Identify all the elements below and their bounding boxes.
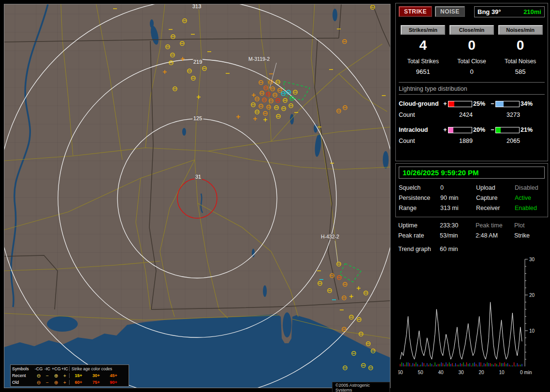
noises-per-min-button[interactable]: Noises/min (498, 25, 543, 35)
receiver-label: Receiver (476, 205, 515, 211)
trend-graph: 1020306050403020100 min (398, 255, 544, 377)
peak-rate-value: 53/min (440, 232, 476, 239)
uptime-label: Uptime (398, 222, 440, 229)
legend-col-neg-ic: -IC (43, 366, 52, 371)
ic-positive-count: 1889 (442, 138, 490, 144)
close-per-min-button[interactable]: Close/min (449, 25, 494, 35)
copyright-notice: ©2005 Astrogenic Systems (332, 382, 390, 392)
map-legend: Symbols -CG -IC +CG +IC Strike age color… (10, 364, 129, 387)
storm-cell-label: M-3119-2 (248, 56, 270, 62)
capture-value: Active (515, 195, 545, 201)
total-close-label: Total Close (448, 58, 496, 65)
lightning-type-distribution: Lightning type distribution Cloud-ground… (399, 82, 545, 147)
total-close-value: 0 (448, 68, 496, 75)
rate-counters: Strikes/min 4 Total Strikes 9651 Close/m… (399, 25, 545, 75)
noises-column: Noises/min 0 Total Noises 585 (496, 25, 545, 75)
age-code: 75+ (87, 380, 105, 385)
minus-sign: − (490, 100, 495, 107)
panel-section-trend: Uptime 233:30 Peak time Plot Peak rate 5… (395, 219, 548, 389)
minus-sign: − (490, 126, 495, 133)
trend-settings-row: Trend graph 60 min (398, 246, 545, 252)
noise-button[interactable]: NOISE (435, 6, 465, 17)
total-noises-value: 585 (496, 68, 545, 75)
ic-negative-bar (495, 127, 520, 133)
cg-negative-count: 3273 (490, 112, 537, 118)
noises-per-min-value: 0 (496, 38, 545, 54)
uptime-value: 233:30 (440, 222, 476, 229)
age-code: 60+ (69, 380, 87, 385)
svg-text:50: 50 (418, 370, 423, 375)
close-column: Close/min 0 Total Close 0 (448, 25, 496, 75)
svg-text:0 min: 0 min (520, 370, 532, 375)
total-strikes-value: 9651 (399, 68, 448, 75)
plot-value: Strike (514, 232, 545, 239)
upload-label: Upload (476, 184, 515, 191)
distribution-title: Lightning type distribution (399, 85, 545, 95)
squelch-label: Squelch (399, 184, 440, 191)
legend-col-neg-cg: -CG (34, 366, 43, 371)
ic-positive-pct: 20% (472, 126, 490, 133)
svg-text:20: 20 (478, 370, 484, 375)
ic-pos-icon: + (60, 373, 69, 378)
cloud-ground-row: Cloud-ground + 25% − 34% (399, 98, 545, 109)
panel-section-status: 10/26/2025 9:59:20 PM Squelch 0 Upload D… (395, 163, 548, 217)
cg-pos-icon: ⊕ (52, 380, 60, 385)
legend-age-header: Strike age color codes (69, 366, 122, 371)
range-ring-label: 31 (195, 174, 201, 180)
persistence-value: 90 min (440, 195, 476, 201)
svg-text:20: 20 (529, 293, 535, 298)
svg-text:40: 40 (438, 370, 444, 375)
cg-neg-icon: ⊖ (34, 373, 43, 378)
map-panel[interactable]: M-3119-2H-432-2 31321912531 Symbols -CG … (4, 4, 391, 388)
bearing-range-value: 210mi (523, 8, 541, 15)
intracloud-row: Intracloud + 20% − 21% (399, 125, 545, 135)
count-label: Count (399, 112, 442, 118)
total-noises-label: Total Noises (496, 58, 545, 65)
range-label: Range (399, 205, 440, 211)
age-code: 90+ (105, 380, 122, 385)
strikes-per-min-value: 4 (399, 38, 448, 54)
trend-graph-label: Trend graph (398, 246, 440, 252)
svg-text:30: 30 (458, 370, 464, 375)
trend-line (400, 302, 522, 359)
cg-positive-count: 2424 (442, 112, 490, 118)
strikes-per-min-button[interactable]: Strikes/min (401, 25, 445, 35)
svg-text:30: 30 (529, 257, 535, 262)
close-per-min-value: 0 (448, 38, 496, 54)
control-panel: STRIKE NOISE Bng 39° 210mi Strikes/min 4… (395, 3, 548, 390)
receiver-value: Enabled (515, 205, 545, 211)
cg-neg-icon: ⊖ (34, 380, 43, 385)
range-ring-label: 219 (193, 59, 202, 65)
range-ring-label: 313 (192, 4, 201, 9)
panel-section-counters: STRIKE NOISE Bng 39° 210mi Strikes/min 4… (395, 3, 548, 161)
range-value: 313 mi (440, 205, 476, 211)
bearing-display: Bng 39° 210mi (474, 6, 545, 17)
ic-pos-icon: + (60, 380, 69, 385)
bearing-label: Bng 39° (478, 8, 501, 15)
cg-negative-pct: 34% (520, 100, 537, 107)
age-code: 45+ (105, 373, 122, 378)
legend-col-pos-ic: +IC (60, 366, 69, 371)
intracloud-count-row: Count 1889 2065 (399, 135, 545, 147)
status-grid: Squelch 0 Upload Disabled Persistence 90… (399, 184, 545, 211)
datetime-display: 10/26/2025 9:59:20 PM (399, 167, 545, 179)
capture-label: Capture (476, 195, 515, 201)
cg-positive-bar (448, 101, 472, 107)
legend-symbols-header: Symbols (12, 366, 34, 371)
map-svg[interactable]: M-3119-2H-432-2 31321912531 (4, 4, 390, 388)
peak-time-label: Peak time (476, 222, 514, 229)
plot-label: Plot (514, 222, 545, 229)
strikes-column: Strikes/min 4 Total Strikes 9651 (399, 25, 448, 75)
svg-text:60: 60 (398, 370, 403, 375)
strike-button[interactable]: STRIKE (399, 6, 432, 17)
ic-neg-icon: − (43, 380, 52, 385)
count-label: Count (399, 138, 442, 144)
ic-negative-pct: 21% (520, 126, 537, 133)
age-code: 30+ (87, 373, 105, 378)
cg-pos-icon: ⊕ (52, 373, 60, 378)
upload-value: Disabled (515, 184, 545, 191)
ic-positive-bar (448, 127, 472, 133)
svg-text:10: 10 (529, 328, 535, 334)
trend-graph-window: 60 min (440, 246, 476, 252)
svg-text:10: 10 (499, 370, 505, 375)
